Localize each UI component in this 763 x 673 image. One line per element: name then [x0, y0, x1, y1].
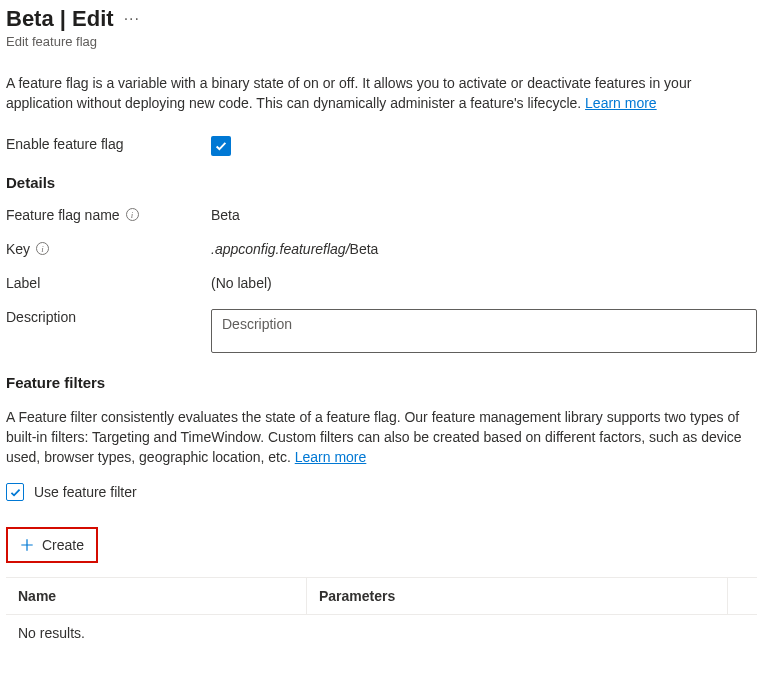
filters-intro: A Feature filter consistently evaluates …	[6, 407, 757, 468]
key-label: Key	[6, 241, 30, 257]
enable-flag-checkbox[interactable]	[211, 136, 231, 156]
table-empty: No results.	[6, 615, 757, 652]
key-prefix: .appconfig.featureflag/	[211, 241, 350, 257]
flag-name-label: Feature flag name	[6, 207, 120, 223]
checkmark-icon	[214, 139, 228, 153]
intro-text: A feature flag is a variable with a bina…	[6, 73, 757, 114]
flag-name-value: Beta	[211, 207, 757, 223]
use-filter-checkbox[interactable]	[6, 483, 24, 501]
page-title: Beta | Edit	[6, 6, 114, 32]
description-input[interactable]	[211, 309, 757, 353]
create-button-label: Create	[42, 537, 84, 553]
checkmark-icon	[9, 486, 22, 499]
info-icon[interactable]: i	[126, 208, 139, 221]
details-heading: Details	[6, 174, 757, 191]
label-field-label: Label	[6, 275, 211, 291]
table-row: No results.	[6, 615, 757, 652]
table-col-name[interactable]: Name	[6, 578, 306, 615]
filters-learn-more-link[interactable]: Learn more	[295, 449, 367, 465]
page-subtitle: Edit feature flag	[6, 34, 757, 49]
create-button[interactable]: Create	[6, 527, 98, 563]
filters-intro-body: A Feature filter consistently evaluates …	[6, 409, 742, 466]
enable-flag-label: Enable feature flag	[6, 136, 211, 152]
intro-learn-more-link[interactable]: Learn more	[585, 95, 657, 111]
label-field-value: (No label)	[211, 275, 757, 291]
filters-table: Name Parameters No results.	[6, 577, 757, 651]
table-col-parameters[interactable]: Parameters	[306, 578, 727, 615]
filters-heading: Feature filters	[6, 374, 757, 391]
use-filter-label: Use feature filter	[34, 484, 137, 500]
more-actions-icon[interactable]: ···	[124, 10, 140, 28]
description-label: Description	[6, 309, 211, 325]
table-col-actions	[727, 578, 757, 615]
key-suffix: Beta	[350, 241, 379, 257]
plus-icon	[20, 538, 34, 552]
key-value: .appconfig.featureflag/Beta	[211, 241, 757, 257]
info-icon[interactable]: i	[36, 242, 49, 255]
